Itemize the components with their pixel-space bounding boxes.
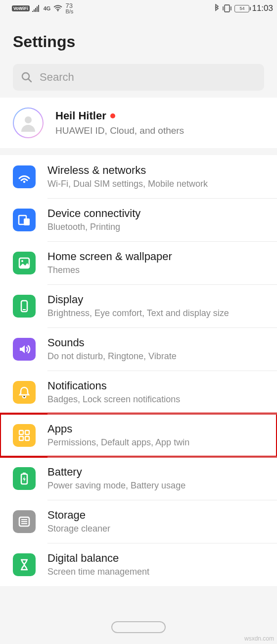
- item-subtitle: Power saving mode, Battery usage: [47, 481, 264, 491]
- apps-icon: [13, 424, 36, 447]
- search-icon: [21, 71, 33, 83]
- battery-status-icon: 54: [234, 5, 249, 12]
- settings-item-home-screen-wallpaper[interactable]: Home screen & wallpaperThemes: [0, 241, 277, 284]
- storage-icon: [13, 510, 36, 533]
- settings-item-battery[interactable]: BatteryPower saving mode, Battery usage: [0, 457, 277, 500]
- item-title: Wireless & networks: [47, 164, 264, 177]
- account-name: Heil Hitler: [55, 109, 106, 122]
- item-title: Digital balance: [47, 552, 264, 565]
- bell-icon: [13, 381, 36, 404]
- item-title: Storage: [47, 509, 264, 522]
- devices-icon: [13, 209, 36, 231]
- network-gen-label: 4G: [44, 5, 51, 11]
- svg-line-3: [28, 79, 31, 82]
- item-title: Battery: [47, 466, 264, 479]
- avatar: [13, 107, 44, 138]
- signal-icon: [32, 5, 41, 12]
- svg-rect-1: [225, 5, 230, 12]
- data-speed-label: 73 B/s: [65, 2, 73, 14]
- sounds-icon: [13, 338, 36, 361]
- settings-item-notifications[interactable]: NotificationsBadges, Lock screen notific…: [0, 371, 277, 414]
- page-title: Settings: [0, 17, 277, 64]
- item-subtitle: Brightness, Eye comfort, Text and displa…: [47, 308, 264, 319]
- settings-item-apps[interactable]: AppsPermissions, Default apps, App twin: [0, 414, 277, 457]
- status-bar: VoWiFi 4G 73 B/s 54 11:03: [0, 0, 277, 17]
- wallpaper-icon: [13, 252, 36, 274]
- item-title: Sounds: [47, 336, 264, 349]
- item-title: Home screen & wallpaper: [47, 250, 264, 263]
- item-subtitle: Screen time management: [47, 567, 264, 577]
- account-subtitle: HUAWEI ID, Cloud, and others: [55, 125, 264, 136]
- vibrate-icon: [222, 4, 232, 12]
- item-title: Display: [47, 293, 264, 306]
- wifi-icon: [13, 165, 36, 188]
- settings-item-display[interactable]: DisplayBrightness, Eye comfort, Text and…: [0, 284, 277, 327]
- item-subtitle: Storage cleaner: [47, 524, 264, 534]
- vowifi-badge: VoWiFi: [12, 5, 30, 11]
- item-subtitle: Bluetooth, Printing: [47, 222, 264, 232]
- settings-item-sounds[interactable]: SoundsDo not disturb, Ringtone, Vibrate: [0, 327, 277, 371]
- settings-item-digital-balance[interactable]: Digital balanceScreen time management: [0, 543, 277, 586]
- watermark: wsxdn.com: [244, 635, 274, 642]
- bluetooth-icon: [214, 4, 220, 13]
- item-title: Device connectivity: [47, 207, 264, 220]
- item-title: Apps: [47, 423, 264, 435]
- wifi-status-icon: [53, 5, 63, 12]
- display-icon: [13, 295, 36, 318]
- svg-point-4: [25, 116, 32, 123]
- item-subtitle: Badges, Lock screen notifications: [47, 394, 264, 405]
- search-input[interactable]: Search: [13, 64, 264, 91]
- search-placeholder: Search: [40, 71, 74, 84]
- clock-label: 11:03: [252, 3, 273, 13]
- svg-point-0: [57, 10, 59, 11]
- hourglass-icon: [13, 553, 36, 576]
- settings-item-device-connectivity[interactable]: Device connectivityBluetooth, Printing: [0, 198, 277, 241]
- notification-dot-icon: [110, 113, 115, 118]
- settings-item-storage[interactable]: StorageStorage cleaner: [0, 500, 277, 543]
- account-row[interactable]: Heil Hitler HUAWEI ID, Cloud, and others: [0, 98, 277, 148]
- item-title: Notifications: [47, 379, 264, 392]
- item-subtitle: Wi-Fi, Dual SIM settings, Mobile network: [47, 179, 264, 189]
- settings-list: Wireless & networksWi-Fi, Dual SIM setti…: [0, 155, 277, 586]
- battery-icon: [13, 467, 36, 490]
- item-subtitle: Themes: [47, 265, 264, 275]
- nav-pill[interactable]: [111, 621, 166, 633]
- item-subtitle: Do not disturb, Ringtone, Vibrate: [47, 351, 264, 362]
- item-subtitle: Permissions, Default apps, App twin: [47, 437, 264, 448]
- settings-item-wireless-networks[interactable]: Wireless & networksWi-Fi, Dual SIM setti…: [0, 155, 277, 198]
